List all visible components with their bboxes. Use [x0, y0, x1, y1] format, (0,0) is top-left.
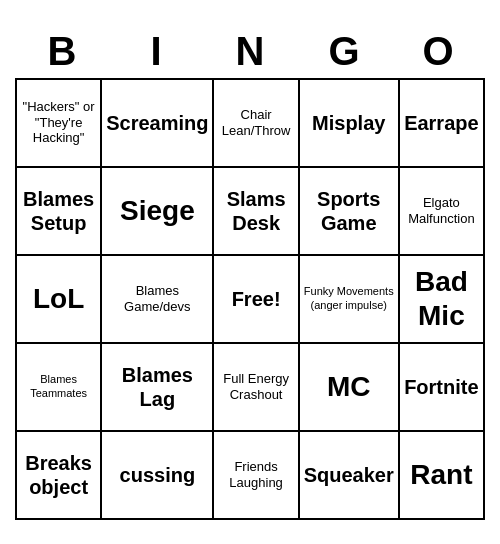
bingo-cell-7[interactable]: Slams Desk	[214, 168, 299, 256]
bingo-cell-8[interactable]: Sports Game	[300, 168, 400, 256]
bingo-cell-5[interactable]: Blames Setup	[17, 168, 102, 256]
bingo-cell-4[interactable]: Earrape	[400, 80, 485, 168]
bingo-header: B I N G O	[15, 25, 485, 78]
bingo-cell-2[interactable]: Chair Lean/Throw	[214, 80, 299, 168]
letter-b: B	[15, 25, 109, 78]
bingo-cell-11[interactable]: Blames Game/devs	[102, 256, 214, 344]
bingo-cell-14[interactable]: Bad Mic	[400, 256, 485, 344]
bingo-grid: "Hackers" or "They're Hacking"ScreamingC…	[15, 78, 485, 520]
letter-g: G	[297, 25, 391, 78]
bingo-cell-22[interactable]: Friends Laughing	[214, 432, 299, 520]
bingo-cell-1[interactable]: Screaming	[102, 80, 214, 168]
bingo-cell-19[interactable]: Fortnite	[400, 344, 485, 432]
bingo-cell-6[interactable]: Siege	[102, 168, 214, 256]
bingo-cell-16[interactable]: Blames Lag	[102, 344, 214, 432]
bingo-cell-21[interactable]: cussing	[102, 432, 214, 520]
bingo-cell-15[interactable]: Blames Teammates	[17, 344, 102, 432]
bingo-cell-9[interactable]: Elgato Malfunction	[400, 168, 485, 256]
letter-o: O	[391, 25, 485, 78]
bingo-cell-23[interactable]: Squeaker	[300, 432, 400, 520]
bingo-cell-10[interactable]: LoL	[17, 256, 102, 344]
bingo-cell-20[interactable]: Breaks object	[17, 432, 102, 520]
letter-i: I	[109, 25, 203, 78]
bingo-cell-0[interactable]: "Hackers" or "They're Hacking"	[17, 80, 102, 168]
letter-n: N	[203, 25, 297, 78]
bingo-cell-24[interactable]: Rant	[400, 432, 485, 520]
bingo-cell-18[interactable]: MC	[300, 344, 400, 432]
bingo-card: B I N G O "Hackers" or "They're Hacking"…	[15, 25, 485, 520]
bingo-cell-12[interactable]: Free!	[214, 256, 299, 344]
bingo-cell-17[interactable]: Full Energy Crashout	[214, 344, 299, 432]
bingo-cell-13[interactable]: Funky Movements (anger impulse)	[300, 256, 400, 344]
bingo-cell-3[interactable]: Misplay	[300, 80, 400, 168]
